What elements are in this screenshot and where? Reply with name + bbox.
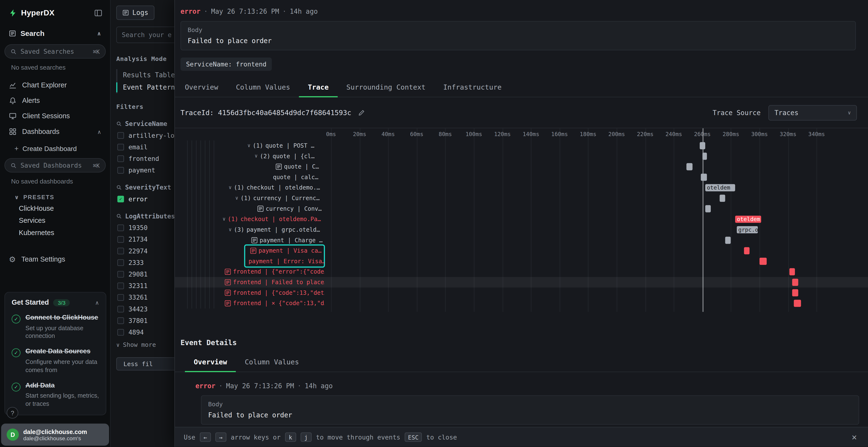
event-details-section: Event Details OverviewColumn Values erro… — [175, 338, 868, 424]
mode-tab-event-patterns[interactable]: Event Patterns — [117, 81, 174, 94]
trace-span-bar[interactable] — [725, 237, 731, 244]
tab-surrounding-context[interactable]: Surrounding Context — [338, 78, 434, 97]
trace-tree-row[interactable]: ∨(1)checkout | oteldemo.Pa… — [222, 214, 324, 225]
trace-tree-row[interactable]: quote | calc… — [273, 172, 324, 182]
trace-source-label: Trace Source — [713, 109, 761, 116]
create-dashboard-button[interactable]: + Create Dashboard — [0, 139, 110, 156]
trace-span-bar[interactable] — [700, 142, 705, 149]
sidebar-item-dashboards[interactable]: Dashboards∧ — [0, 124, 110, 139]
trace-tree-row[interactable]: ∨(1)checkout | oteldemo.… — [228, 182, 324, 193]
trace-span-bar[interactable] — [719, 195, 725, 202]
filter-option-22974[interactable]: 22974 — [116, 247, 174, 255]
trace-tree-row[interactable]: ∨(2)quote | {cl… — [255, 151, 324, 162]
get-started-item[interactable]: ✓Add DataStart sending logs, metrics, or… — [11, 381, 99, 408]
trace-tree-row[interactable]: ∨(3)payment | grpc.oteld… — [228, 225, 324, 235]
filter-option-19350[interactable]: 19350 — [116, 224, 174, 232]
event-search-input[interactable]: Search your e — [116, 27, 174, 43]
span-label: quote | POST … — [266, 140, 314, 151]
trace-span-bar[interactable] — [687, 163, 692, 170]
trace-tree-row[interactable]: payment | Charge … — [251, 235, 324, 246]
filter-group-name: ServiceName — [125, 120, 167, 128]
log-icon — [225, 279, 231, 285]
trace-tree-row[interactable]: frontend | × {"code":13,"d… — [225, 298, 324, 309]
filter-option-2333[interactable]: 2333 — [116, 259, 174, 266]
preset-clickhouse[interactable]: ClickHouse — [0, 202, 110, 215]
less-filters-button[interactable]: Less fil — [116, 357, 174, 370]
check-circle-icon: ✓ — [11, 348, 21, 357]
app-title: HyperDX — [21, 8, 55, 17]
preset-kubernetes[interactable]: Kubernetes — [0, 227, 110, 239]
get-started-item[interactable]: ✓Create Data SourcesConfigure where your… — [11, 347, 99, 374]
trace-tree-row[interactable]: ∨(1)currency | Currenc… — [235, 193, 324, 204]
tab-column-values[interactable]: Column Values — [227, 78, 299, 97]
filter-option-4894[interactable]: 4894 — [116, 329, 174, 336]
chevron-down-icon: ∨ — [222, 214, 225, 225]
presets-header[interactable]: ∨ PRESETS — [0, 187, 110, 202]
trace-span-bar[interactable] — [702, 153, 707, 160]
sidebar-item-client-sessions[interactable]: Client Sessions — [0, 108, 110, 124]
sidebar-item-team-settings[interactable]: ⚙ Team Settings — [0, 251, 110, 268]
trace-tree-row[interactable]: frontend | {"code":13,"det… — [225, 287, 324, 298]
trace-span-bar[interactable] — [744, 247, 750, 254]
trace-tree-row[interactable]: currency | Conv… — [257, 204, 324, 214]
show-more-button[interactable]: ∨Show more — [116, 341, 174, 348]
trace-span-bar[interactable]: grpc.o — [737, 226, 758, 233]
saved-dashboards-input[interactable]: Saved Dashboards ⌘K — [4, 158, 105, 173]
trace-span-bar[interactable] — [705, 205, 711, 212]
edit-icon[interactable] — [358, 109, 365, 116]
nav-label: Alerts — [22, 97, 40, 105]
trace-span-bar[interactable]: oteldem — [735, 215, 761, 223]
trace-span-bar[interactable] — [760, 258, 767, 265]
filter-option-error[interactable]: ✓error — [116, 195, 174, 203]
trace-span-bar[interactable] — [789, 268, 795, 276]
trace-tree-row[interactable]: ∨(1)quote | POST … — [247, 140, 324, 151]
filter-group-name: SeverityText — [125, 183, 171, 191]
filter-option-payment[interactable]: payment — [116, 166, 174, 174]
filter-option-21734[interactable]: 21734 — [116, 236, 174, 243]
filter-option-29081[interactable]: 29081 — [116, 271, 174, 278]
filter-option-33261[interactable]: 33261 — [116, 294, 174, 301]
timeline-tick: 200ms — [608, 131, 625, 137]
saved-searches-input[interactable]: Saved Searches ⌘K — [4, 44, 105, 59]
search-section-header[interactable]: Search ∧ — [0, 23, 110, 42]
mode-tab-results-table[interactable]: Results Table — [117, 69, 174, 81]
trace-span-bar[interactable]: oteldem — [705, 184, 735, 192]
get-started-item[interactable]: ✓Connect to ClickHouseSet up your databa… — [11, 314, 99, 340]
check-circle-icon: ✓ — [11, 382, 21, 391]
tab-infrastructure[interactable]: Infrastructure — [434, 78, 510, 97]
get-started-items: ✓Connect to ClickHouseSet up your databa… — [11, 314, 99, 408]
get-started-card: Get Started 3/3 ∧ ✓Connect to ClickHouse… — [4, 292, 106, 415]
filter-option-32311[interactable]: 32311 — [116, 282, 174, 290]
tab-trace[interactable]: Trace — [299, 78, 338, 97]
trace-span-bar[interactable] — [701, 174, 707, 181]
sidebar-item-alerts[interactable]: Alerts — [0, 93, 110, 108]
trace-tree-row[interactable]: frontend | {"error":{"code… — [225, 267, 324, 277]
trace-tree-row[interactable]: quote | C… — [276, 161, 324, 172]
filter-option-37801[interactable]: 37801 — [116, 317, 174, 325]
filter-option-frontend[interactable]: frontend — [116, 155, 174, 163]
service-tag[interactable]: ServiceName: frontend — [180, 58, 272, 71]
sidebar-item-chart-explorer[interactable]: Chart Explorer — [0, 77, 110, 93]
trace-span-bar[interactable] — [794, 300, 801, 307]
trace-tree-row[interactable]: payment | Error: Visa… — [249, 256, 324, 267]
filter-option-email[interactable]: email — [116, 143, 174, 151]
trace-source-select[interactable]: Traces ∨ — [768, 105, 857, 120]
collapse-sidebar-icon[interactable] — [94, 9, 102, 17]
trace-tree-row[interactable]: frontend | Failed to place… — [225, 277, 324, 287]
trace-tree-row[interactable]: payment | Visa ca… — [250, 245, 324, 256]
trace-span-bar[interactable] — [792, 289, 798, 297]
filter-option-label: 2333 — [128, 259, 144, 266]
search-icon — [116, 213, 122, 219]
close-icon[interactable]: × — [849, 432, 859, 442]
user-menu[interactable]: D dale@clickhouse.com dale@clickhouse.co… — [1, 424, 109, 446]
event-details-tab-overview[interactable]: Overview — [185, 353, 236, 372]
filter-option-artillery-loa[interactable]: artillery-loa — [116, 132, 174, 139]
source-select-button[interactable]: Logs — [116, 5, 154, 20]
help-button[interactable]: ? — [7, 407, 18, 419]
event-details-tab-column-values[interactable]: Column Values — [236, 353, 308, 372]
tab-overview[interactable]: Overview — [176, 78, 227, 97]
preset-services[interactable]: Services — [0, 215, 110, 227]
get-started-header[interactable]: Get Started 3/3 ∧ — [11, 299, 99, 306]
trace-span-bar[interactable] — [792, 279, 798, 286]
filter-option-34423[interactable]: 34423 — [116, 305, 174, 313]
